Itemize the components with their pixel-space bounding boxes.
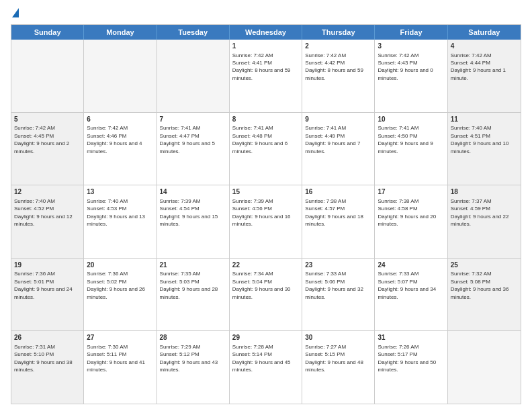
day-number: 29 [232, 333, 299, 342]
cell-info: Sunrise: 7:32 AM Sunset: 5:08 PM Dayligh… [451, 271, 509, 300]
day-number: 26 [14, 333, 81, 342]
cell-info: Sunrise: 7:42 AM Sunset: 4:42 PM Dayligh… [305, 52, 363, 81]
day-number: 27 [87, 333, 153, 342]
cell-info: Sunrise: 7:34 AM Sunset: 5:04 PM Dayligh… [232, 271, 291, 300]
calendar-cell-2-4: 8Sunrise: 7:41 AM Sunset: 4:48 PM Daylig… [230, 113, 302, 185]
calendar-row-4: 19Sunrise: 7:36 AM Sunset: 5:01 PM Dayli… [11, 258, 521, 331]
header-day-sunday: Sunday [11, 25, 84, 40]
calendar-cell-3-2: 13Sunrise: 7:40 AM Sunset: 4:53 PM Dayli… [84, 185, 157, 258]
cell-info: Sunrise: 7:38 AM Sunset: 4:58 PM Dayligh… [378, 198, 436, 227]
day-number: 10 [378, 115, 444, 124]
day-number: 20 [87, 261, 153, 270]
cell-info: Sunrise: 7:27 AM Sunset: 5:15 PM Dayligh… [305, 344, 363, 373]
day-number: 11 [451, 115, 518, 124]
day-number: 13 [87, 187, 153, 197]
calendar-cell-2-7: 11Sunrise: 7:40 AM Sunset: 4:51 PM Dayli… [448, 113, 521, 185]
calendar-cell-2-1: 5Sunrise: 7:42 AM Sunset: 4:45 PM Daylig… [11, 113, 84, 185]
calendar-cell-1-2 [84, 40, 157, 112]
calendar-cell-4-4: 22Sunrise: 7:34 AM Sunset: 5:04 PM Dayli… [230, 259, 302, 331]
calendar-cell-4-1: 19Sunrise: 7:36 AM Sunset: 5:01 PM Dayli… [11, 259, 84, 331]
cell-info: Sunrise: 7:40 AM Sunset: 4:52 PM Dayligh… [14, 198, 73, 227]
calendar-cell-4-6: 24Sunrise: 7:33 AM Sunset: 5:07 PM Dayli… [375, 259, 447, 331]
cell-info: Sunrise: 7:37 AM Sunset: 4:59 PM Dayligh… [451, 198, 509, 227]
day-number: 5 [14, 115, 81, 124]
page: SundayMondayTuesdayWednesdayThursdayFrid… [0, 0, 532, 411]
header-day-saturday: Saturday [448, 25, 521, 40]
day-number: 28 [160, 333, 226, 342]
calendar-row-2: 5Sunrise: 7:42 AM Sunset: 4:45 PM Daylig… [11, 112, 521, 185]
calendar-cell-5-2: 27Sunrise: 7:30 AM Sunset: 5:11 PM Dayli… [84, 331, 157, 404]
calendar-cell-1-6: 3Sunrise: 7:42 AM Sunset: 4:43 PM Daylig… [375, 40, 447, 112]
calendar-cell-4-2: 20Sunrise: 7:36 AM Sunset: 5:02 PM Dayli… [84, 259, 157, 331]
day-number: 23 [305, 261, 371, 270]
day-number: 14 [160, 187, 226, 197]
cell-info: Sunrise: 7:40 AM Sunset: 4:51 PM Dayligh… [451, 125, 509, 154]
cell-info: Sunrise: 7:38 AM Sunset: 4:57 PM Dayligh… [305, 198, 363, 227]
day-number: 7 [160, 115, 226, 124]
calendar-cell-1-5: 2Sunrise: 7:42 AM Sunset: 4:42 PM Daylig… [302, 40, 375, 112]
cell-info: Sunrise: 7:30 AM Sunset: 5:11 PM Dayligh… [87, 344, 145, 373]
calendar-cell-4-7: 25Sunrise: 7:32 AM Sunset: 5:08 PM Dayli… [448, 259, 521, 331]
day-number: 24 [378, 261, 444, 270]
cell-info: Sunrise: 7:41 AM Sunset: 4:47 PM Dayligh… [160, 125, 215, 154]
calendar-cell-3-5: 16Sunrise: 7:38 AM Sunset: 4:57 PM Dayli… [302, 185, 375, 258]
calendar-cell-4-5: 23Sunrise: 7:33 AM Sunset: 5:06 PM Dayli… [302, 259, 375, 331]
header-day-tuesday: Tuesday [157, 25, 230, 40]
cell-info: Sunrise: 7:28 AM Sunset: 5:14 PM Dayligh… [232, 344, 291, 373]
calendar-cell-5-4: 29Sunrise: 7:28 AM Sunset: 5:14 PM Dayli… [230, 331, 302, 404]
calendar-row-1: 1Sunrise: 7:42 AM Sunset: 4:41 PM Daylig… [11, 40, 521, 112]
day-number: 1 [232, 42, 299, 51]
cell-info: Sunrise: 7:26 AM Sunset: 5:17 PM Dayligh… [378, 344, 436, 373]
cell-info: Sunrise: 7:36 AM Sunset: 5:02 PM Dayligh… [87, 271, 145, 300]
calendar-cell-1-1 [11, 40, 84, 112]
day-number: 21 [160, 261, 226, 270]
calendar-cell-3-7: 18Sunrise: 7:37 AM Sunset: 4:59 PM Dayli… [448, 185, 521, 258]
header-day-wednesday: Wednesday [230, 25, 302, 40]
calendar-cell-2-3: 7Sunrise: 7:41 AM Sunset: 4:47 PM Daylig… [157, 113, 230, 185]
day-number: 22 [232, 261, 299, 270]
cell-info: Sunrise: 7:42 AM Sunset: 4:46 PM Dayligh… [87, 125, 142, 154]
calendar-cell-3-1: 12Sunrise: 7:40 AM Sunset: 4:52 PM Dayli… [11, 185, 84, 258]
day-number: 6 [87, 115, 153, 124]
cell-info: Sunrise: 7:29 AM Sunset: 5:12 PM Dayligh… [160, 344, 218, 373]
day-number: 25 [451, 261, 518, 270]
day-number: 15 [232, 187, 299, 197]
calendar-cell-5-5: 30Sunrise: 7:27 AM Sunset: 5:15 PM Dayli… [302, 331, 375, 404]
cell-info: Sunrise: 7:42 AM Sunset: 4:43 PM Dayligh… [378, 52, 433, 81]
cell-info: Sunrise: 7:41 AM Sunset: 4:50 PM Dayligh… [378, 125, 433, 154]
cell-info: Sunrise: 7:39 AM Sunset: 4:56 PM Dayligh… [232, 198, 291, 227]
cell-info: Sunrise: 7:42 AM Sunset: 4:45 PM Dayligh… [14, 125, 69, 154]
day-number: 2 [305, 42, 371, 51]
day-number: 9 [305, 115, 371, 124]
cell-info: Sunrise: 7:33 AM Sunset: 5:06 PM Dayligh… [305, 271, 363, 300]
calendar-row-5: 26Sunrise: 7:31 AM Sunset: 5:10 PM Dayli… [11, 330, 521, 404]
calendar-row-3: 12Sunrise: 7:40 AM Sunset: 4:52 PM Dayli… [11, 185, 521, 258]
cell-info: Sunrise: 7:40 AM Sunset: 4:53 PM Dayligh… [87, 198, 145, 227]
logo [11, 8, 19, 19]
calendar-cell-5-7 [448, 331, 521, 404]
header-day-friday: Friday [375, 25, 447, 40]
cell-info: Sunrise: 7:39 AM Sunset: 4:54 PM Dayligh… [160, 198, 218, 227]
calendar-cell-2-5: 9Sunrise: 7:41 AM Sunset: 4:49 PM Daylig… [302, 113, 375, 185]
day-number: 8 [232, 115, 299, 124]
calendar-cell-3-3: 14Sunrise: 7:39 AM Sunset: 4:54 PM Dayli… [157, 185, 230, 258]
day-number: 31 [378, 333, 444, 342]
day-number: 18 [451, 187, 518, 197]
day-number: 4 [451, 42, 518, 51]
calendar-cell-2-6: 10Sunrise: 7:41 AM Sunset: 4:50 PM Dayli… [375, 113, 447, 185]
calendar-cell-1-3 [157, 40, 230, 112]
cell-info: Sunrise: 7:41 AM Sunset: 4:48 PM Dayligh… [232, 125, 287, 154]
header-day-monday: Monday [84, 25, 157, 40]
calendar-cell-1-7: 4Sunrise: 7:42 AM Sunset: 4:44 PM Daylig… [448, 40, 521, 112]
calendar-body: 1Sunrise: 7:42 AM Sunset: 4:41 PM Daylig… [11, 40, 521, 404]
day-number: 12 [14, 187, 81, 197]
day-number: 17 [378, 187, 444, 197]
calendar-cell-5-6: 31Sunrise: 7:26 AM Sunset: 5:17 PM Dayli… [375, 331, 447, 404]
cell-info: Sunrise: 7:33 AM Sunset: 5:07 PM Dayligh… [378, 271, 436, 300]
cell-info: Sunrise: 7:31 AM Sunset: 5:10 PM Dayligh… [14, 344, 73, 373]
day-number: 19 [14, 261, 81, 270]
calendar-cell-1-4: 1Sunrise: 7:42 AM Sunset: 4:41 PM Daylig… [230, 40, 302, 112]
cell-info: Sunrise: 7:35 AM Sunset: 5:03 PM Dayligh… [160, 271, 218, 300]
cell-info: Sunrise: 7:41 AM Sunset: 4:49 PM Dayligh… [305, 125, 360, 154]
logo-triangle-icon [12, 8, 19, 17]
